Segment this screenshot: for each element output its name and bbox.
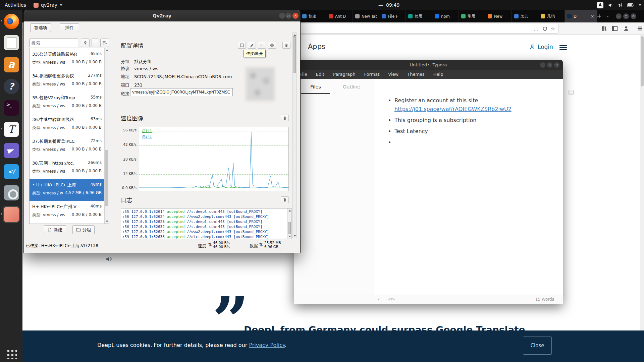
window-maximize-button[interactable] (285, 13, 291, 19)
menu-icon[interactable] (637, 25, 643, 32)
window-minimize-button[interactable] (279, 13, 285, 19)
list-scrollbar[interactable] (104, 48, 109, 224)
window-close-button[interactable] (554, 62, 559, 68)
scrollbar-thumb[interactable] (288, 222, 291, 234)
window-close-button[interactable] (631, 13, 636, 19)
dock-item-typora[interactable] (3, 121, 20, 138)
dock-item-show-apps[interactable] (3, 345, 20, 362)
log-view[interactable]: :55 127.0.0.1:52614 accepted //s.deepl.c… (121, 208, 291, 239)
app-indicator[interactable]: qv2ray (34, 0, 62, 10)
page-scrollbar[interactable] (640, 35, 644, 362)
menu-format[interactable]: Format (364, 70, 380, 79)
legend-total-down[interactable]: 总计↓ (142, 134, 152, 139)
menu-edit[interactable]: Edit (316, 70, 324, 79)
connect-button[interactable] (258, 42, 266, 49)
clear-log-button[interactable] (281, 196, 289, 203)
tab-overflow-button[interactable]: ⌄ (606, 13, 609, 18)
dock-item-screenshot-app[interactable] (3, 184, 20, 201)
sort-button[interactable] (100, 39, 109, 47)
system-status-area[interactable]: A (597, 0, 641, 10)
browser-tab[interactable]: 几鸡 (538, 10, 565, 22)
page-actions-icon[interactable]: … (534, 26, 539, 32)
browser-tab-active[interactable]: D× (565, 10, 597, 22)
server-item[interactable]: 34.捐贈解锁更多协议277ms 类型: vmess / ws0.00 B / … (30, 70, 109, 92)
menu-file[interactable]: File (300, 70, 307, 79)
scroll-up-arrow[interactable] (293, 34, 296, 36)
page-widget-icon[interactable] (569, 90, 574, 95)
plugins-button[interactable]: 插件 (60, 23, 79, 32)
preferences-button[interactable]: 首选项 (30, 23, 51, 32)
nav-menu-icon[interactable] (559, 45, 567, 52)
network-icon[interactable] (618, 3, 623, 8)
privacy-policy-link[interactable]: Privacy Policy (249, 342, 285, 348)
window-maximize-button[interactable] (623, 13, 629, 19)
scroll-down-arrow[interactable] (293, 235, 296, 237)
scroll-down-arrow[interactable] (288, 236, 291, 237)
menu-paragraph[interactable]: Paragraph (333, 70, 356, 79)
typora-editor[interactable]: Register an account at this sitehttps://… (374, 79, 563, 295)
log-scrollbar[interactable] (287, 208, 291, 239)
menu-help[interactable]: Help (433, 70, 443, 79)
volume-icon[interactable] (608, 2, 613, 8)
server-item[interactable]: 38.官网：https://cc.266ms 类型: vmess / ws0.0… (30, 157, 109, 179)
dock-item-help[interactable] (3, 78, 20, 95)
browser-tab[interactable]: 怎儿 (512, 10, 538, 22)
cookie-close-button[interactable]: Close (523, 337, 552, 355)
dock-item-send-app[interactable] (3, 142, 20, 159)
clear-graph-button[interactable] (281, 115, 289, 121)
url-bar[interactable]: … (278, 24, 558, 34)
scroll-down-arrow[interactable] (106, 221, 108, 222)
dock-item-terminal[interactable] (3, 99, 20, 116)
sidebar-icon[interactable] (612, 25, 618, 32)
bookmark-star-icon[interactable] (551, 25, 555, 32)
edit-button[interactable] (248, 42, 256, 49)
server-item[interactable]: 33.公益等级線路嚴格R65ms 类型: vmess / ws0.00 B / … (30, 48, 109, 70)
new-server-button[interactable]: 新建 (44, 225, 66, 234)
menu-themes[interactable]: Themes (407, 70, 425, 79)
scrollbar-thumb[interactable] (293, 36, 296, 73)
browser-tab[interactable]: npm (432, 10, 459, 22)
scroll-up-arrow[interactable] (288, 210, 291, 212)
dock-item-vscode[interactable] (3, 163, 20, 180)
browser-tab[interactable]: 快速 (300, 10, 326, 22)
sidebar-toggle-icon[interactable]: ‹ (378, 296, 380, 302)
subscription-link[interactable]: https://j01.space/waf/rAOIEGWKZSRb2iwU2 (394, 106, 512, 112)
battery-icon[interactable] (627, 3, 634, 7)
server-item[interactable]: H+.HK←IPLC←广州.V40ms 类型: vmess / ws0.00 B… (30, 201, 109, 223)
browser-tab[interactable]: File F (379, 10, 406, 22)
speaker-icon[interactable] (105, 256, 112, 262)
latency-test-button[interactable] (268, 42, 276, 49)
tab-close-icon[interactable]: × (591, 14, 594, 19)
browser-tab[interactable]: New Tab (353, 10, 379, 22)
search-input[interactable] (29, 39, 78, 47)
source-code-icon[interactable]: </> (388, 297, 395, 301)
account-icon[interactable] (623, 25, 629, 32)
window-minimize-button[interactable] (540, 62, 545, 68)
browser-tab[interactable]: Ant D (326, 10, 353, 22)
dock-item-amazon[interactable] (3, 56, 20, 73)
library-icon[interactable] (601, 25, 607, 32)
qr-code-button[interactable] (238, 42, 246, 49)
tab-outline[interactable]: Outline (337, 84, 366, 93)
group-button[interactable]: 分组 (72, 225, 95, 234)
scrollbar-thumb[interactable] (641, 36, 644, 86)
delete-button[interactable] (282, 42, 290, 49)
blank-button[interactable] (92, 39, 98, 47)
nav-apps[interactable]: Apps (308, 43, 325, 51)
typora-titlebar[interactable]: Untitled•- Typora (294, 60, 563, 70)
window-maximize-button[interactable] (547, 62, 552, 68)
server-item[interactable]: 35.包括V2ray和Troja55ms 类型: vmess / ws0.00 … (30, 92, 109, 114)
panel-scrollbar[interactable] (292, 33, 297, 238)
server-item[interactable]: 36.中继中转隧道线路63ms 类型: vmess / ws0.00 B / 0… (30, 114, 109, 135)
dock-item-firefox[interactable] (3, 13, 20, 30)
input-source-icon[interactable]: A (597, 2, 603, 8)
scroll-up-arrow[interactable] (106, 50, 108, 51)
activities-button[interactable]: Activities (5, 0, 26, 10)
browser-tab[interactable]: 常用 (459, 10, 485, 22)
share-link-field[interactable] (130, 88, 233, 96)
server-item-selected[interactable]: • H+.HK←IPLC←上海48ms 类型: vmess / w4.52 MB… (30, 179, 109, 201)
window-close-button[interactable] (292, 13, 299, 19)
menu-view[interactable]: View (388, 70, 398, 79)
window-minimize-button[interactable] (616, 13, 622, 19)
browser-tab[interactable]: New (485, 10, 512, 22)
